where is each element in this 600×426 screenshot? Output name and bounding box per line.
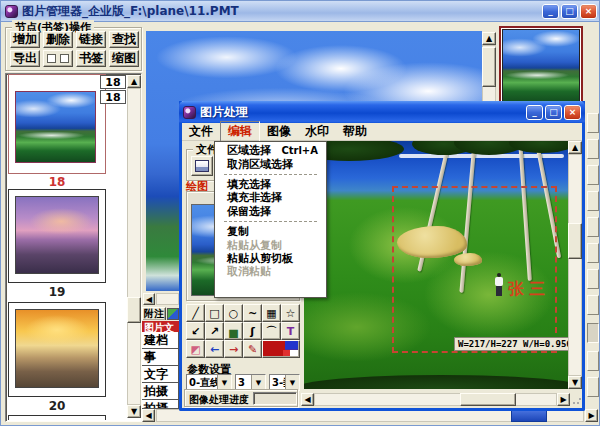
- color-palette[interactable]: [262, 340, 300, 358]
- list-scrollbar-track[interactable]: [127, 88, 141, 405]
- chevron-down-icon[interactable]: ▼: [251, 375, 265, 390]
- thumbnail-label-18: 18: [8, 175, 106, 189]
- thumbnail-button[interactable]: 缩图: [109, 50, 139, 67]
- tool-pattern[interactable]: ▦: [262, 304, 281, 322]
- main-scroll-left-button[interactable]: ◀: [142, 409, 155, 422]
- menu-item-select-region[interactable]: 区域选择 Ctrl+A: [215, 144, 326, 157]
- list-item-partial[interactable]: [8, 415, 106, 420]
- tab-notes[interactable]: 附注: [142, 307, 166, 320]
- tool-arrow-right[interactable]: →: [224, 340, 243, 358]
- menu-image[interactable]: 图像: [260, 122, 298, 141]
- minimize-button[interactable]: _: [542, 4, 559, 19]
- pager-segment[interactable]: [587, 139, 599, 159]
- dialog-hscrollbar-track[interactable]: [314, 393, 557, 406]
- menu-watermark[interactable]: 水印: [298, 122, 336, 141]
- node-number-field-2[interactable]: 18: [100, 90, 126, 104]
- delete-button[interactable]: 删除: [43, 31, 73, 48]
- tool-rectangle[interactable]: □: [205, 304, 224, 322]
- checkbox-2[interactable]: [60, 54, 69, 63]
- menu-item-cancel-region[interactable]: 取消区域选择: [215, 157, 326, 170]
- tool-ellipse[interactable]: ○: [224, 304, 243, 322]
- dialog-scroll-up-button[interactable]: ▲: [568, 141, 582, 154]
- dialog-close-button[interactable]: ×: [564, 105, 581, 120]
- dialog-image-view[interactable]: 张三 W=217/H=227 W/H=0.956: [304, 141, 568, 389]
- menu-item-fill-inverse[interactable]: 填充非选择: [215, 191, 326, 204]
- menu-item-fill-selection[interactable]: 填充选择: [215, 178, 326, 191]
- add-button[interactable]: 增加: [10, 31, 40, 48]
- dialog-scroll-left-button[interactable]: ◀: [301, 393, 314, 406]
- pager-segment[interactable]: [587, 113, 599, 133]
- node-number-field[interactable]: 18: [100, 75, 126, 89]
- link-button[interactable]: 链接: [76, 31, 106, 48]
- tool-arrow-sw[interactable]: ↙: [186, 322, 205, 340]
- tab-icon[interactable]: [167, 308, 179, 320]
- main-scroll-up-button[interactable]: ▲: [482, 32, 496, 45]
- main-scroll-right-button[interactable]: ▶: [585, 409, 598, 422]
- tool-arrow-ne[interactable]: ↗: [205, 322, 224, 340]
- pager-segment[interactable]: [587, 165, 599, 185]
- save-button[interactable]: [191, 156, 213, 176]
- pager-segment[interactable]: [587, 351, 599, 371]
- notes-hscroll-track[interactable]: [156, 293, 179, 305]
- pager-segment[interactable]: [587, 377, 599, 397]
- bookmark-button[interactable]: 书签: [76, 50, 106, 67]
- dialog-menubar: 文件 编辑 图像 水印 帮助: [182, 123, 582, 141]
- dialog-scroll-right-button[interactable]: ▶: [557, 393, 570, 406]
- pager-segment[interactable]: [587, 217, 599, 237]
- list-item-18[interactable]: [8, 74, 106, 174]
- dialog-vscrollbar-track[interactable]: [568, 154, 582, 376]
- thumbnail-label-20: 20: [8, 399, 106, 413]
- tool-line[interactable]: ╱: [186, 304, 205, 322]
- checkbox-1[interactable]: [47, 54, 56, 63]
- menu-help[interactable]: 帮助: [336, 122, 374, 141]
- dialog-minimize-button[interactable]: _: [526, 105, 543, 120]
- maximize-button[interactable]: □: [561, 4, 578, 19]
- list-scroll-down-button[interactable]: ▼: [127, 405, 141, 418]
- menu-edit[interactable]: 编辑: [220, 121, 260, 142]
- resize-grip[interactable]: [572, 395, 582, 405]
- menu-file[interactable]: 文件: [182, 122, 220, 141]
- list-item-19[interactable]: [8, 189, 106, 283]
- export-button[interactable]: 导出: [10, 50, 40, 67]
- tool-eraser[interactable]: ◩: [186, 340, 205, 358]
- dialog-maximize-button[interactable]: □: [545, 105, 562, 120]
- notes-row[interactable]: 事: [142, 349, 179, 366]
- notes-row[interactable]: 拍摄: [142, 400, 179, 409]
- main-vscrollbar-thumb[interactable]: [482, 47, 496, 87]
- tool-arrow-left[interactable]: ←: [205, 340, 224, 358]
- notes-row[interactable]: 拍摄: [142, 383, 179, 400]
- tool-text[interactable]: T: [281, 322, 300, 340]
- tool-zigzag[interactable]: ʃ: [243, 322, 262, 340]
- dialog-scroll-down-button[interactable]: ▼: [568, 376, 582, 389]
- dialog-vscrollbar-thumb[interactable]: [568, 223, 582, 259]
- pager-segment[interactable]: [587, 191, 599, 211]
- pager-segment[interactable]: [587, 269, 599, 289]
- chevron-down-icon[interactable]: ▼: [285, 375, 299, 390]
- dialog-hscrollbar-thumb[interactable]: [460, 393, 516, 406]
- notes-row[interactable]: 文字: [142, 366, 179, 383]
- menu-item-copy[interactable]: 复制: [215, 225, 326, 238]
- menu-separator: [224, 221, 317, 222]
- pager-segment[interactable]: [587, 295, 599, 315]
- list-item-20[interactable]: [8, 302, 106, 397]
- tool-pencil[interactable]: ✎: [243, 340, 262, 358]
- list-scrollbar-thumb[interactable]: [127, 297, 141, 323]
- tool-bars[interactable]: ▅: [224, 322, 243, 340]
- checkbox-pair-button[interactable]: [43, 50, 73, 67]
- menu-item-keep-selection[interactable]: 保留选择: [215, 205, 326, 218]
- tool-star[interactable]: ☆: [281, 304, 300, 322]
- list-scroll-up-button[interactable]: ▲: [127, 75, 141, 88]
- preview-thumbnail[interactable]: [502, 29, 580, 104]
- selection-rectangle[interactable]: [392, 186, 557, 353]
- progress-group: 图像处理进度: [184, 389, 298, 407]
- tool-arc[interactable]: ⌒: [262, 322, 281, 340]
- notes-row[interactable]: 建档: [142, 332, 179, 349]
- pager-segment-active[interactable]: [587, 323, 599, 343]
- chevron-down-icon[interactable]: ▼: [217, 375, 231, 390]
- notes-scroll-left-button[interactable]: ◀: [143, 293, 155, 305]
- close-button[interactable]: ×: [580, 4, 597, 19]
- find-button[interactable]: 查找: [109, 31, 139, 48]
- tool-curve[interactable]: ~: [243, 304, 262, 322]
- pager-segment[interactable]: [587, 243, 599, 263]
- menu-item-paste-from-clipboard[interactable]: 粘贴从剪切板: [215, 252, 326, 265]
